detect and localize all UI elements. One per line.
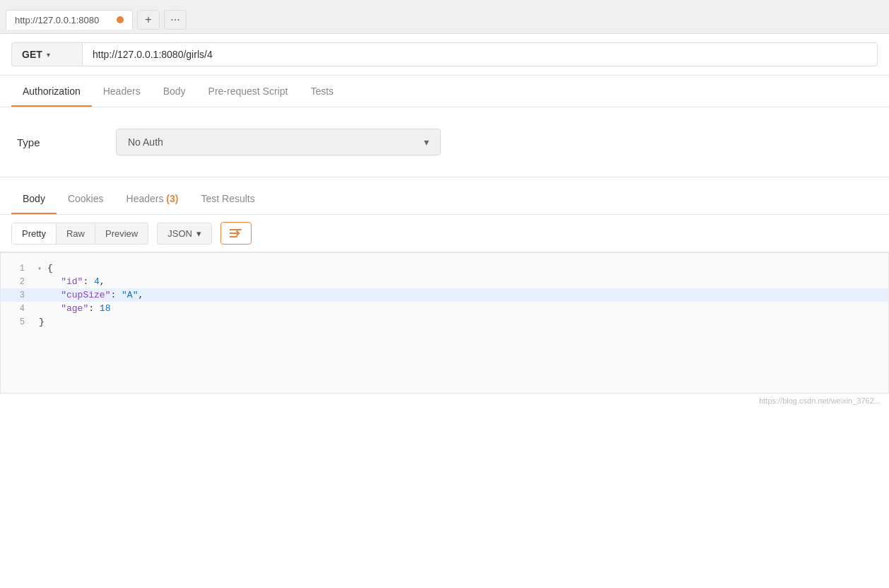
line-num-1: 1 bbox=[1, 264, 36, 274]
tab-body[interactable]: Body bbox=[152, 76, 197, 107]
code-line-4: 4 "age": 18 bbox=[1, 302, 888, 315]
wrap-button[interactable] bbox=[220, 222, 252, 245]
tab-tests[interactable]: Tests bbox=[299, 76, 345, 107]
json-selector-chevron-icon: ▾ bbox=[196, 228, 201, 239]
auth-type-value: No Auth bbox=[128, 136, 163, 148]
request-tabs: Authorization Headers Body Pre-request S… bbox=[0, 76, 889, 107]
json-label: JSON bbox=[167, 228, 192, 239]
line-num-5: 5 bbox=[1, 317, 36, 327]
format-raw-button[interactable]: Raw bbox=[57, 223, 95, 244]
line-num-3: 3 bbox=[1, 290, 36, 300]
format-preview-button[interactable]: Preview bbox=[95, 223, 148, 244]
add-tab-button[interactable]: + bbox=[137, 10, 160, 30]
auth-type-dropdown[interactable]: No Auth ▾ bbox=[116, 129, 441, 155]
tab-status-dot bbox=[117, 16, 124, 23]
tab-bar: http://127.0.0.1:8080 + ··· bbox=[0, 0, 889, 34]
line-content-5: } bbox=[36, 317, 888, 327]
code-line-1: 1 ▾ { bbox=[1, 261, 888, 275]
code-viewer: 1 ▾ { 2 "id": 4, 3 "cupSize": "A", 4 "ag… bbox=[0, 252, 889, 394]
resp-tab-body[interactable]: Body bbox=[11, 183, 57, 214]
tab-authorization[interactable]: Authorization bbox=[11, 76, 92, 107]
resp-tab-cookies[interactable]: Cookies bbox=[57, 183, 115, 214]
auth-dropdown-chevron-icon: ▾ bbox=[424, 136, 429, 148]
resp-tab-test-results[interactable]: Test Results bbox=[189, 183, 266, 214]
watermark-text: https://blog.csdn.net/weixin_3762... bbox=[759, 396, 881, 405]
watermark: https://blog.csdn.net/weixin_3762... bbox=[0, 394, 889, 408]
line-content-2: "id": 4, bbox=[36, 276, 888, 287]
wrap-icon bbox=[230, 228, 242, 239]
method-selector[interactable]: GET ▾ bbox=[11, 42, 82, 66]
code-line-5: 5 } bbox=[1, 315, 888, 329]
tab-headers[interactable]: Headers bbox=[92, 76, 152, 107]
code-line-3: 3 "cupSize": "A", bbox=[1, 288, 888, 302]
line-toggle-1[interactable]: ▾ bbox=[37, 264, 42, 273]
code-line-2: 2 "id": 4, bbox=[1, 275, 888, 288]
browser-tab[interactable]: http://127.0.0.1:8080 bbox=[6, 10, 133, 30]
line-content-1: { bbox=[45, 263, 888, 274]
line-content-3: "cupSize": "A", bbox=[36, 290, 888, 300]
type-label: Type bbox=[17, 136, 102, 148]
response-toolbar: Pretty Raw Preview JSON ▾ bbox=[0, 215, 889, 252]
headers-badge: (3) bbox=[166, 193, 178, 204]
response-tabs: Body Cookies Headers (3) Test Results bbox=[0, 183, 889, 215]
more-tabs-button[interactable]: ··· bbox=[164, 10, 187, 30]
auth-section: Type No Auth ▾ bbox=[0, 107, 889, 177]
tab-url: http://127.0.0.1:8080 bbox=[15, 15, 111, 25]
tab-prerequest-script[interactable]: Pre-request Script bbox=[197, 76, 300, 107]
line-num-4: 4 bbox=[1, 304, 36, 314]
json-type-selector[interactable]: JSON ▾ bbox=[157, 223, 212, 245]
url-input[interactable] bbox=[82, 42, 878, 66]
line-content-4: "age": 18 bbox=[36, 303, 888, 314]
method-text: GET bbox=[22, 49, 42, 60]
line-num-2: 2 bbox=[1, 277, 36, 287]
format-group: Pretty Raw Preview bbox=[11, 223, 148, 245]
request-bar: GET ▾ bbox=[0, 34, 889, 76]
method-chevron-icon: ▾ bbox=[47, 51, 50, 59]
resp-tab-headers[interactable]: Headers (3) bbox=[115, 183, 190, 214]
format-pretty-button[interactable]: Pretty bbox=[12, 223, 57, 244]
